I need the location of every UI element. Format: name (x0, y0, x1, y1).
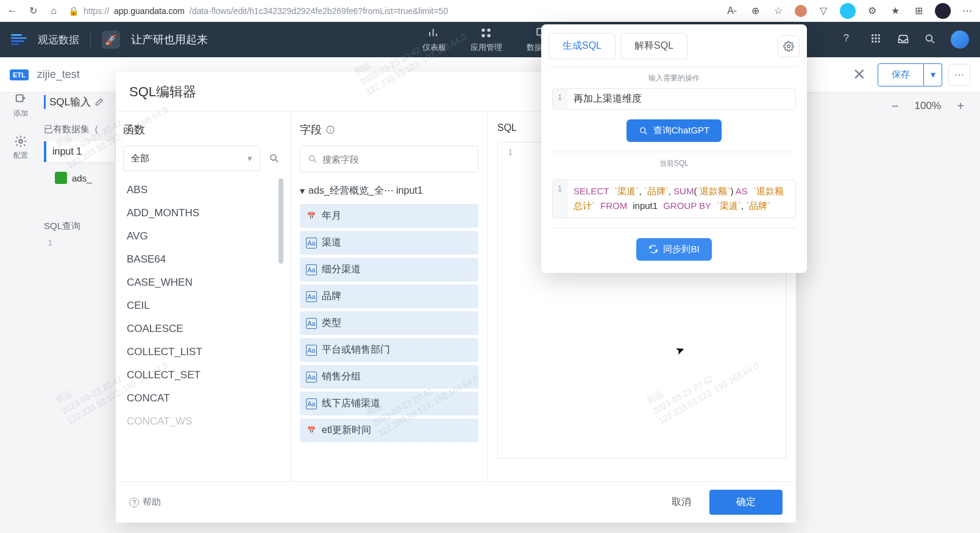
text-icon: Aa (306, 318, 317, 329)
svg-point-3 (487, 34, 491, 38)
zoom-icon[interactable]: ⊕ (748, 4, 762, 18)
field-search[interactable] (300, 146, 478, 172)
function-item[interactable]: CONCAT_WS (123, 410, 283, 433)
text-size-icon[interactable]: A» (725, 4, 739, 18)
query-chatgpt-button[interactable]: 查询ChatGPT (627, 119, 722, 142)
profile-avatar[interactable] (935, 3, 951, 19)
close-button[interactable]: ✕ (847, 63, 872, 87)
zoom-value: 100% (915, 100, 941, 112)
user-avatar[interactable] (951, 30, 969, 49)
brand-name: 观远数据 (38, 33, 79, 47)
sync-to-bi-button[interactable]: 同步到BI (636, 238, 711, 261)
functions-filter-select[interactable]: 全部 ▾ (123, 146, 260, 171)
text-icon: Aa (306, 398, 317, 409)
address-bar[interactable]: 🔒 https://app.guandata.com/data-flows/ed… (68, 6, 717, 16)
apps-grid-icon[interactable] (870, 33, 884, 46)
chevron-down-icon: ▾ (247, 153, 252, 164)
field-item[interactable]: Aa线下店铺渠道 (300, 392, 478, 415)
browser-home[interactable]: ⌂ (48, 5, 60, 17)
save-dropdown[interactable]: ▾ (924, 63, 942, 86)
svg-rect-6 (875, 34, 877, 36)
collections-icon[interactable]: ⊞ (912, 4, 925, 18)
functions-label: 函数 (123, 122, 283, 137)
field-item[interactable]: Aa销售分组 (300, 365, 478, 389)
pocket-icon[interactable]: ▽ (817, 4, 830, 18)
line-number: 1 (553, 89, 567, 109)
browser-back[interactable]: ← (6, 5, 18, 17)
extension-2-icon[interactable] (840, 3, 856, 19)
function-item[interactable]: ADD_MONTHS (123, 202, 283, 225)
text-icon: Aa (306, 264, 317, 275)
rocket-icon: 🚀 (102, 30, 120, 49)
inbox-icon[interactable] (897, 33, 911, 46)
url-prefix: https:// (83, 6, 109, 16)
functions-search[interactable] (265, 146, 283, 171)
more-icon[interactable]: ⋯ (960, 4, 974, 18)
field-item[interactable]: Aa平台或销售部门 (300, 338, 478, 362)
op-hint: 输入需要的操作 (549, 67, 800, 88)
line-number: 1 (498, 147, 516, 453)
function-item[interactable]: COLLECT_LIST (123, 341, 283, 364)
function-item[interactable]: COLLECT_SET (123, 364, 283, 387)
tab-dashboard[interactable]: 仪表板 (422, 26, 446, 53)
favorite-icon[interactable]: ☆ (772, 4, 785, 18)
help-link[interactable]: ? 帮助 (129, 496, 161, 508)
popover-settings[interactable] (778, 35, 800, 57)
favorites-bar-icon[interactable]: ★ (889, 4, 902, 18)
tab-explain-sql[interactable]: 解释SQL (620, 33, 687, 59)
rail-add-label: 添加 (13, 108, 28, 119)
field-search-input[interactable] (322, 154, 470, 164)
rail-add[interactable]: 添加 (13, 93, 28, 119)
svg-rect-5 (872, 34, 873, 36)
function-item[interactable]: AVG (123, 225, 283, 248)
field-item[interactable]: Aa渠道 (300, 231, 478, 255)
tab-dashboard-label: 仪表板 (422, 42, 446, 53)
function-item[interactable]: BASE64 (123, 248, 283, 271)
fields-label: 字段 (300, 122, 478, 137)
edit-icon[interactable] (94, 97, 104, 107)
help-icon[interactable]: ? (843, 33, 857, 46)
svg-point-0 (481, 29, 485, 32)
function-item[interactable]: COALESCE (123, 317, 283, 341)
sql-query-label: SQL查询 (44, 184, 115, 232)
svg-rect-9 (875, 38, 877, 40)
function-item[interactable]: CASE_WHEN (123, 271, 283, 294)
svg-rect-15 (16, 95, 23, 102)
function-item[interactable]: CEIL (123, 294, 283, 317)
tab-app-manage[interactable]: 应用管理 (470, 26, 502, 53)
field-item[interactable]: Aa细分渠道 (300, 258, 478, 281)
extension-1-icon[interactable] (795, 5, 807, 17)
confirm-button[interactable]: 确定 (709, 490, 783, 515)
operation-text[interactable]: 再加上渠道维度 (567, 89, 795, 109)
save-button[interactable]: 保存 (878, 63, 924, 86)
field-item[interactable]: 📅etl更新时间 (300, 418, 478, 442)
field-item[interactable]: Aa类型 (300, 311, 478, 335)
svg-point-14 (926, 35, 932, 41)
existing-ds-label: 已有数据集（ (44, 115, 115, 141)
info-icon[interactable] (325, 125, 335, 135)
text-icon: Aa (306, 372, 317, 383)
caret-down-icon: ▾ (300, 185, 305, 197)
rail-config[interactable]: 配置 (13, 135, 28, 161)
node-input1[interactable]: input 1 (44, 141, 115, 162)
function-item[interactable]: ABS (123, 178, 283, 202)
node-ads[interactable]: ads_ (44, 167, 115, 184)
more-button[interactable]: ⋯ (948, 64, 970, 86)
field-item[interactable]: 📅年月 (300, 204, 478, 228)
zoom-out[interactable]: − (886, 96, 905, 116)
zoom-in[interactable]: + (951, 96, 970, 116)
app-logo (11, 34, 27, 45)
url-path: /data-flows/edit/h1c342329d2924fe2b269fe… (190, 6, 448, 16)
operation-input[interactable]: 1 再加上渠道维度 (552, 88, 796, 110)
browser-refresh[interactable]: ↻ (27, 5, 39, 17)
field-item[interactable]: Aa品牌 (300, 284, 478, 308)
search-icon[interactable] (924, 33, 937, 46)
function-item[interactable]: CONCAT (123, 387, 283, 410)
calendar-icon: 📅 (306, 211, 317, 222)
save-button-group: 保存 ▾ (878, 63, 942, 86)
extensions-icon[interactable]: ⚙ (865, 4, 879, 18)
tab-generate-sql[interactable]: 生成SQL (549, 33, 616, 59)
cancel-button[interactable]: 取消 (666, 491, 697, 514)
field-group-toggle[interactable]: ▾ ads_经营概览_全⋯ input1 (300, 181, 478, 201)
current-sql-label: 当前SQL (549, 152, 800, 174)
